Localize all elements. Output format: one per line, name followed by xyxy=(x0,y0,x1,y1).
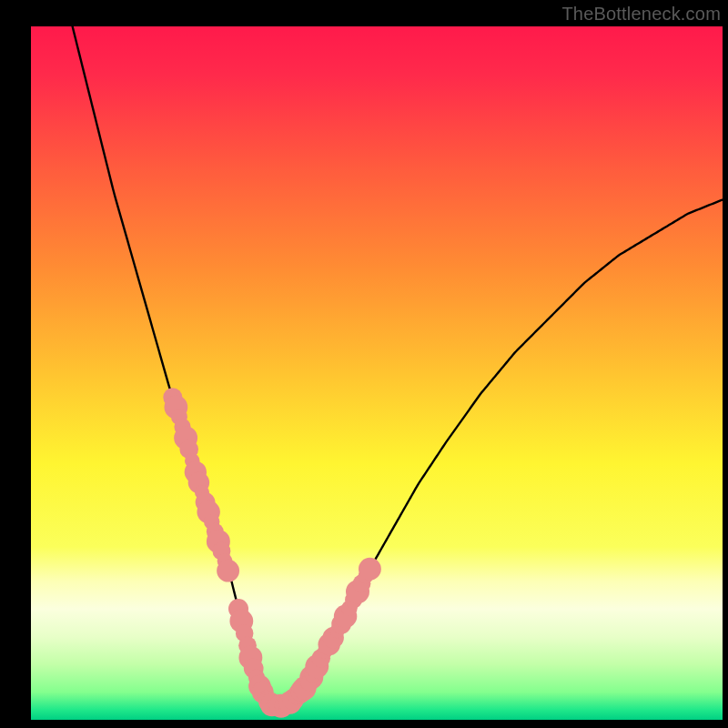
svg-point-18 xyxy=(217,560,239,582)
svg-point-62 xyxy=(359,558,381,581)
plot-background xyxy=(31,26,723,720)
watermark-text: TheBottleneck.com xyxy=(561,4,721,25)
chart-svg xyxy=(0,0,728,728)
chart-container: TheBottleneck.com xyxy=(0,0,728,728)
